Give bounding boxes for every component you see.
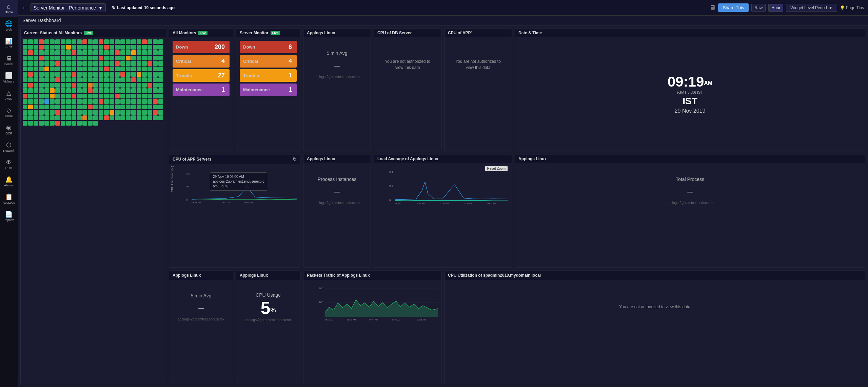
monitor-dot [131, 77, 136, 82]
all-monitors-down-row[interactable]: Down 200 [173, 41, 230, 53]
monitor-dot [66, 77, 71, 82]
monitor-dot [131, 88, 136, 93]
monitor-dot [126, 61, 131, 66]
monitor-dot [137, 94, 141, 98]
sidebar-item-reports[interactable]: 📄 Reports [0, 208, 18, 225]
server-monitor-down-row[interactable]: Down 6 [240, 41, 297, 53]
monitor-dot [39, 83, 44, 88]
server-monitor-maintenance-row[interactable]: Maintenance 1 [240, 84, 297, 96]
monitor-dot [126, 56, 131, 60]
monitor-dot [88, 77, 93, 82]
monitor-dot [39, 39, 44, 44]
monitor-dot [72, 115, 76, 120]
load-average-header: Load Average of Applogs Linux [374, 154, 512, 163]
monitor-dot [115, 88, 120, 93]
monitor-dot [39, 110, 44, 115]
all-monitors-maintenance-row[interactable]: Maintenance 1 [173, 84, 230, 96]
sidebar-item-home[interactable]: ⌂ Home [0, 0, 18, 17]
sidebar-item-network[interactable]: ⬡ Network [0, 139, 18, 156]
applogs-linux-top-title: Applogs Linux [307, 31, 335, 35]
sidebar-item-applogs[interactable]: 📋 AppLogs [0, 190, 18, 208]
raw-button[interactable]: Raw [751, 4, 766, 12]
sidebar-item-azure[interactable]: ◇ Azure [0, 104, 18, 121]
reset-zoom-button[interactable]: Reset Zoom [485, 166, 508, 171]
server-monitor-title: Server Monitor [240, 31, 269, 35]
refresh-chart-button[interactable]: ↻ [293, 156, 297, 162]
monitor-dot [50, 88, 55, 93]
monitor-dot [115, 67, 120, 71]
monitor-dot [104, 94, 109, 98]
sidebar-item-gcp[interactable]: ◉ GCP [0, 121, 18, 139]
widget-period-dropdown[interactable]: Widget Level Period ▼ [786, 4, 837, 12]
datetime-time-row: 09:19AM [668, 75, 712, 89]
applogs-process-footer: applogs-2gbramtest.enduserex [314, 201, 360, 205]
monitor-dot [110, 67, 114, 71]
monitor-dot [126, 105, 131, 109]
monitor-dot [110, 88, 114, 93]
monitor-dot [88, 121, 93, 126]
monitor-dot [142, 39, 147, 44]
monitor-dot [55, 45, 60, 50]
monitor-dot [104, 67, 109, 71]
cpu-app-servers-title: CPU of APP Servers [173, 157, 212, 162]
monitor-dot [61, 67, 65, 71]
cpu-chart-svg: 100 50 0 08:19 AM 08:47 AM 09:01 AM [186, 166, 297, 208]
sidebar-item-alarms[interactable]: 🔔 Alarms [0, 173, 18, 190]
share-button[interactable]: Share This [718, 3, 749, 12]
back-button[interactable]: ← [22, 5, 27, 11]
monitor-dot [72, 110, 76, 115]
title-dropdown[interactable]: Server Monitor - Performance ▼ [31, 3, 106, 12]
server-monitor-critical-label: Critical [240, 56, 284, 67]
hour-button[interactable]: Hour [768, 4, 783, 12]
cpu-db-body: You are not authorized to view this data [374, 37, 441, 92]
monitor-dot [99, 39, 103, 44]
sidebar-item-rum[interactable]: 👁 RUM [0, 156, 18, 173]
sidebar-item-apm[interactable]: 📊 APM [0, 35, 18, 52]
monitor-dot [61, 88, 65, 93]
monitor-dot [147, 110, 152, 115]
monitor-dot [99, 83, 103, 88]
all-monitors-trouble-row[interactable]: Trouble 27 [173, 69, 230, 82]
monitor-dot [93, 88, 98, 93]
monitor-dot [50, 45, 55, 50]
sidebar-item-aws[interactable]: △ AWS [0, 87, 18, 104]
page-tips-button[interactable]: 💡 Page Tips [840, 5, 864, 10]
refresh-icon: ↻ [112, 5, 115, 10]
monitor-dot [93, 110, 98, 115]
monitor-dot [99, 77, 103, 82]
monitor-dot [153, 83, 158, 88]
all-monitors-critical-label: Critical [173, 56, 217, 67]
monitor-dot [99, 56, 103, 60]
monitor-dot [28, 61, 33, 66]
monitor-dot [137, 115, 141, 120]
monitor-dot [120, 105, 125, 109]
monitor-dot [44, 45, 49, 50]
sidebar-item-server[interactable]: 🖥 Server [0, 52, 18, 69]
monitor-dot [137, 50, 141, 55]
cpu-db-server-card: CPU of DB Server You are not authorized … [374, 28, 441, 151]
monitor-dot [131, 94, 136, 98]
sidebar-item-web[interactable]: 🌐 Web [0, 17, 18, 35]
alarms-icon: 🔔 [5, 177, 13, 183]
monitor-dot [50, 105, 55, 109]
monitor-dot [110, 39, 114, 44]
monitor-dot [99, 45, 103, 50]
monitor-icon: 🖥 [709, 4, 715, 11]
monitor-dot [55, 115, 60, 120]
svg-text:200: 200 [319, 287, 323, 290]
monitor-dot [93, 39, 98, 44]
server-monitor-trouble-count: 1 [284, 69, 297, 82]
monitor-dot [77, 88, 82, 93]
all-monitors-critical-row[interactable]: Critical 4 [173, 55, 230, 68]
monitor-dot [72, 94, 76, 98]
server-monitor-trouble-row[interactable]: Trouble 1 [240, 69, 297, 82]
server-monitor-critical-row[interactable]: Critical 4 [240, 55, 297, 68]
server-monitor-down-count: 6 [284, 41, 297, 53]
monitor-dot [61, 61, 65, 66]
monitor-dot [158, 45, 163, 50]
server-monitor-body: Down 6 Critical 4 Trouble 1 Maintenance … [236, 37, 300, 101]
sidebar-item-vmware[interactable]: ⬜ VMware [0, 69, 18, 87]
page-title: Server Monitor - Performance [34, 5, 96, 11]
svg-text:09:01 AM: 09:01 AM [392, 318, 400, 321]
monitor-dot [120, 67, 125, 71]
